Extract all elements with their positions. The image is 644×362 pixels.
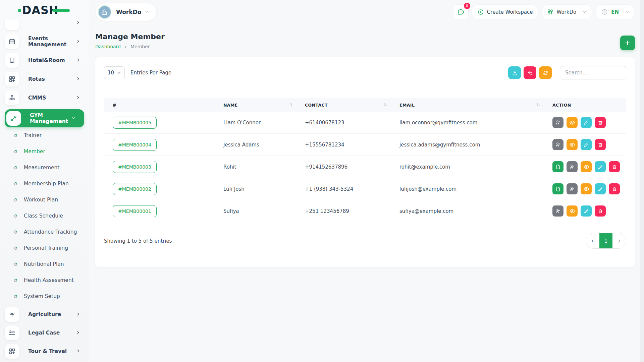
app-switcher[interactable]: WorkDo	[541, 4, 592, 20]
export-button[interactable]	[508, 66, 521, 79]
refresh-button[interactable]	[539, 66, 552, 79]
language-code: EN	[611, 9, 619, 15]
user-check-button[interactable]	[567, 161, 578, 172]
member-name: Lufi Josh	[215, 186, 296, 192]
breadcrumb-dashboard-link[interactable]: Dashboard	[95, 44, 121, 49]
sidebar-item-agriculture[interactable]: Agriculture	[5, 307, 80, 322]
sort-icon[interactable]	[536, 103, 540, 108]
user-check-button[interactable]	[552, 205, 564, 217]
delete-icon	[612, 164, 617, 170]
member-name: Sufiya	[215, 208, 296, 214]
pagination-prev-button[interactable]	[586, 233, 599, 248]
table-row: #MEMB00001 Sufiya +251 123456789 sufiya@…	[104, 200, 626, 222]
sidebar-item-events-management[interactable]: Events Management	[5, 34, 80, 49]
edit-button[interactable]	[581, 205, 592, 217]
pagination-next-button[interactable]	[612, 233, 626, 248]
grid-plus-icon	[8, 75, 16, 83]
edit-button[interactable]	[581, 117, 592, 128]
language-selector[interactable]: EN	[595, 4, 635, 20]
eye-icon	[583, 186, 589, 192]
column-header-email[interactable]: EMAIL	[391, 103, 544, 108]
sidebar-subitem-workout-plan[interactable]: Workout Plan	[0, 192, 89, 208]
sidebar-item-label: Rotas	[28, 76, 45, 82]
bullet-icon	[13, 166, 18, 170]
create-workspace-button[interactable]: Create Workspace	[472, 4, 539, 20]
showing-entries-text: Showing 1 to 5 of 5 entries	[104, 238, 172, 244]
sidebar-item-hotel-room[interactable]: Hotel&Room	[5, 53, 80, 68]
sidebar-item-rotas[interactable]: Rotas	[5, 72, 80, 86]
delete-button[interactable]	[595, 205, 606, 217]
sidebar-subitem-label: Workout Plan	[24, 197, 58, 203]
download-icon	[512, 70, 518, 76]
member-contact: +1 (938) 343-5324	[296, 186, 391, 192]
eye-button[interactable]	[567, 139, 578, 150]
member-id-badge[interactable]: #MEMB00003	[113, 161, 157, 173]
globe-icon	[601, 8, 608, 15]
sidebar-subitem-nutritional-plan[interactable]: Nutritional Plan	[0, 256, 89, 272]
delete-button[interactable]	[595, 139, 606, 150]
page-header: Manage Member Dashboard Member	[95, 33, 635, 50]
eye-button[interactable]	[581, 161, 592, 172]
sidebar-item-gym-management[interactable]: GYM Management	[5, 109, 84, 127]
file-button[interactable]	[552, 183, 564, 194]
edit-button[interactable]	[595, 161, 606, 172]
edit-button[interactable]	[595, 183, 606, 194]
column-header-name[interactable]: NAME	[215, 103, 296, 108]
column-header-contact[interactable]: CONTACT	[296, 103, 391, 108]
sidebar-subitem-membership-plan[interactable]: Membership Plan	[0, 176, 89, 192]
chat-button[interactable]: 0	[453, 4, 469, 20]
sidebar-subitem-label: System Setup	[24, 293, 60, 299]
sidebar-subitem-label: Measurement	[24, 165, 59, 171]
page-title: Manage Member	[95, 33, 165, 41]
table-row: #MEMB00005 Liam O'Connor +61400678123 li…	[104, 112, 626, 134]
member-id-badge[interactable]: #MEMB00005	[113, 117, 157, 129]
delete-button[interactable]	[595, 117, 606, 128]
sidebar-subitem-class-schedule[interactable]: Class Schedule	[0, 208, 89, 224]
eye-button[interactable]	[567, 205, 578, 217]
pagination-page-1[interactable]: 1	[599, 233, 612, 248]
sidebar-item-cmms[interactable]: CMMS	[5, 90, 80, 105]
sidebar-subitem-label: Class Schedule	[24, 213, 63, 219]
dash-logo[interactable]: DASH	[22, 5, 58, 16]
sidebar-subitem-measurement[interactable]: Measurement	[0, 160, 89, 176]
table-footer: Showing 1 to 5 of 5 entries 1	[104, 233, 626, 249]
eye-button[interactable]	[581, 183, 592, 194]
bullet-icon	[13, 278, 18, 283]
edit-button[interactable]	[581, 139, 592, 150]
user-check-button[interactable]	[567, 183, 578, 194]
toolbar	[508, 66, 626, 79]
delete-button[interactable]	[609, 161, 620, 172]
sidebar-subitem-label: Personal Training	[24, 245, 68, 251]
sidebar-subitem-attendance-tracking[interactable]: Attendance Tracking	[0, 224, 89, 240]
workspace-selector[interactable]: WorkDo	[95, 3, 157, 21]
page-scrollbar[interactable]	[640, 0, 644, 362]
eye-button[interactable]	[567, 117, 578, 128]
sidebar-item-tour-travel[interactable]: Tour & Travel	[5, 344, 80, 359]
reset-button[interactable]	[524, 66, 536, 79]
delete-button[interactable]	[609, 183, 620, 194]
file-button[interactable]	[552, 161, 564, 172]
chat-badge: 0	[464, 3, 470, 9]
table-controls: 10 Entries Per Page	[104, 66, 626, 79]
chat-icon	[457, 8, 465, 16]
member-id-badge[interactable]: #MEMB00004	[113, 139, 157, 151]
member-id-badge[interactable]: #MEMB00002	[113, 183, 157, 195]
chevron-right-icon	[76, 95, 80, 100]
entries-per-page-select[interactable]: 10	[104, 66, 125, 79]
add-member-button[interactable]	[620, 36, 635, 50]
sidebar-subitem-member[interactable]: Member	[0, 143, 89, 160]
user-check-button[interactable]	[552, 139, 564, 150]
sort-icon[interactable]	[289, 103, 293, 108]
member-id-badge[interactable]: #MEMB00001	[113, 205, 157, 217]
sidebar-item-legal-case[interactable]: Legal Case	[5, 325, 80, 340]
sidebar-subitem-health-assessment[interactable]: Health Assessment	[0, 272, 89, 288]
sidebar-subitem-trainer[interactable]: Trainer	[0, 127, 89, 143]
member-table-card: 10 Entries Per Page	[95, 57, 635, 267]
sidebar-subitem-system-setup[interactable]: System Setup	[0, 288, 89, 304]
chevron-right-icon	[76, 39, 80, 44]
search-input[interactable]	[560, 66, 626, 79]
user-check-button[interactable]	[552, 117, 564, 128]
sidebar-subitem-personal-training[interactable]: Personal Training	[0, 240, 89, 256]
chevron-right-icon	[124, 45, 127, 49]
sort-icon[interactable]	[383, 103, 387, 108]
